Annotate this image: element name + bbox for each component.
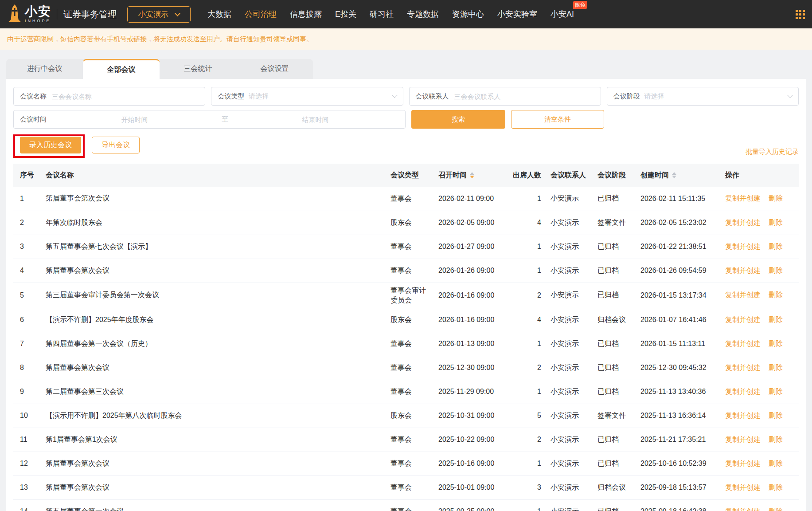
- cell-contact: 小安演示: [544, 332, 591, 356]
- cell-start-time: 2026-02-11 09:00: [432, 187, 506, 211]
- meeting-type-select[interactable]: 会议类型 请选择: [211, 87, 403, 106]
- cell-index: 14: [13, 499, 39, 511]
- environment-selector-label: 小安演示: [138, 9, 168, 20]
- copy-and-create-link[interactable]: 复制并创建: [725, 364, 761, 371]
- copy-and-create-link[interactable]: 复制并创建: [725, 436, 761, 443]
- nav-item-5[interactable]: 专题数据: [407, 9, 439, 20]
- delete-link[interactable]: 删除: [769, 267, 783, 274]
- tab-2[interactable]: 三会统计: [160, 59, 236, 79]
- start-time-input[interactable]: [51, 115, 218, 124]
- tab-1[interactable]: 全部会议: [83, 59, 160, 79]
- app-logo[interactable]: 小安 INHOPE: [8, 4, 51, 24]
- nav-item-4[interactable]: 研习社: [370, 9, 394, 20]
- delete-link[interactable]: 删除: [769, 460, 783, 467]
- meetings-table-head: 序号会议名称会议类型召开时间出席人数会议联系人会议阶段创建时间操作: [13, 164, 799, 187]
- nav-item-8[interactable]: 小安AI限免: [550, 9, 574, 20]
- meeting-time-label: 会议时间: [20, 115, 47, 124]
- delete-link[interactable]: 删除: [769, 364, 783, 371]
- cell-created-time: 2026-02-05 15:23:02: [634, 211, 718, 235]
- copy-and-create-link[interactable]: 复制并创建: [725, 388, 761, 395]
- meeting-time-range-field[interactable]: 会议时间 至: [13, 110, 406, 129]
- red-highlight-annotation: 录入历史会议: [13, 134, 85, 158]
- nav-item-label: 小安实验室: [497, 10, 537, 19]
- delete-link[interactable]: 删除: [769, 219, 783, 226]
- table-row: 9第二届董事会第三次会议董事会2025-11-29 09:001小安演示已归档2…: [13, 380, 799, 404]
- cell-contact: 小安演示: [544, 259, 591, 283]
- cell-contact: 小安演示: [544, 308, 591, 332]
- delete-link[interactable]: 删除: [769, 436, 783, 443]
- add-history-meeting-button[interactable]: 录入历史会议: [20, 137, 81, 153]
- apps-grid-icon[interactable]: [796, 10, 805, 19]
- cell-index: 7: [13, 332, 39, 356]
- copy-and-create-link[interactable]: 复制并创建: [725, 507, 761, 511]
- nav-item-7[interactable]: 小安实验室: [497, 9, 537, 20]
- sort-icon[interactable]: [470, 172, 474, 178]
- copy-and-create-link[interactable]: 复制并创建: [725, 219, 761, 226]
- search-button[interactable]: 搜索: [411, 110, 505, 129]
- meeting-contact-field[interactable]: 会议联系人: [409, 87, 601, 106]
- cell-created-time: 2025-11-13 16:36:14: [634, 404, 718, 428]
- copy-and-create-link[interactable]: 复制并创建: [725, 460, 761, 467]
- delete-link[interactable]: 删除: [769, 340, 783, 347]
- cell-meeting-type: 股东会: [384, 211, 432, 235]
- table-row: 6【演示不许删】2025年年度股东会股东会2026-01-16 09:004小安…: [13, 308, 799, 332]
- nav-item-label: 小安AI: [550, 10, 574, 19]
- copy-and-create-link[interactable]: 复制并创建: [725, 483, 761, 491]
- copy-and-create-link[interactable]: 复制并创建: [725, 412, 761, 419]
- nav-item-2[interactable]: 信息披露: [290, 9, 322, 20]
- cell-start-time: 2026-01-26 09:00: [432, 259, 506, 283]
- meeting-stage-select[interactable]: 会议阶段 请选择: [607, 87, 799, 106]
- product-name: 证券事务管理: [63, 8, 117, 20]
- tab-0[interactable]: 进行中会议: [6, 59, 83, 79]
- copy-and-create-link[interactable]: 复制并创建: [725, 194, 761, 202]
- cell-attendees: 1: [506, 499, 544, 511]
- delete-link[interactable]: 删除: [769, 291, 783, 299]
- delete-link[interactable]: 删除: [769, 388, 783, 395]
- column-header-label: 会议阶段: [597, 171, 626, 179]
- environment-selector[interactable]: 小安演示: [127, 6, 191, 23]
- meeting-name-input[interactable]: [51, 92, 199, 101]
- cell-operations: 复制并创建删除: [718, 259, 799, 283]
- copy-and-create-link[interactable]: 复制并创建: [725, 291, 761, 299]
- delete-link[interactable]: 删除: [769, 243, 783, 250]
- table-row: 13第届董事会第次会议董事会2025-10-01 09:003小安演示归档会议2…: [13, 476, 799, 499]
- cell-meeting-name: 第五届董事会第七次会议【演示】: [39, 235, 384, 259]
- cell-contact: 小安演示: [544, 428, 591, 452]
- notice-banner-text: 由于运营商限制，短信内容若带有手机号或链接，将无法成功发送至用户。请自行通知贵司…: [7, 35, 313, 43]
- delete-link[interactable]: 删除: [769, 507, 783, 511]
- meeting-contact-input[interactable]: [453, 92, 594, 101]
- copy-and-create-link[interactable]: 复制并创建: [725, 316, 761, 323]
- export-meetings-button[interactable]: 导出会议: [92, 137, 140, 153]
- copy-and-create-link[interactable]: 复制并创建: [725, 267, 761, 274]
- copy-and-create-link[interactable]: 复制并创建: [725, 340, 761, 347]
- nav-item-1[interactable]: 公司治理: [245, 9, 277, 20]
- nav-item-label: 研习社: [370, 10, 394, 19]
- copy-and-create-link[interactable]: 复制并创建: [725, 243, 761, 250]
- clear-filters-button[interactable]: 清空条件: [511, 110, 604, 129]
- cell-index: 10: [13, 404, 39, 428]
- tab-3[interactable]: 会议设置: [236, 59, 313, 79]
- cell-contact: 小安演示: [544, 476, 591, 499]
- nav-item-6[interactable]: 资源中心: [452, 9, 484, 20]
- nav-item-label: 大数据: [207, 10, 231, 19]
- logo-icon: [8, 4, 21, 24]
- sort-icon[interactable]: [672, 172, 676, 178]
- batch-import-history-link[interactable]: 批量导入历史记录: [746, 148, 799, 156]
- cell-meeting-name: 第二届董事会第三次会议: [39, 380, 384, 404]
- delete-link[interactable]: 删除: [769, 316, 783, 323]
- table-row: 14第五届董事会第一次会议董事会2025-09-25 09:001小安演示已归档…: [13, 499, 799, 511]
- cell-contact: 小安演示: [544, 404, 591, 428]
- meeting-name-field[interactable]: 会议名称: [13, 87, 205, 106]
- cell-stage: 已归档: [591, 499, 634, 511]
- nav-item-3[interactable]: E投关: [335, 9, 356, 20]
- nav-item-0[interactable]: 大数据: [207, 9, 231, 20]
- cell-operations: 复制并创建删除: [718, 235, 799, 259]
- cell-stage: 已归档: [591, 235, 634, 259]
- delete-link[interactable]: 删除: [769, 483, 783, 491]
- end-time-input[interactable]: [232, 115, 399, 124]
- cell-operations: 复制并创建删除: [718, 332, 799, 356]
- delete-link[interactable]: 删除: [769, 194, 783, 202]
- cell-index: 13: [13, 476, 39, 499]
- cell-attendees: 1: [506, 187, 544, 211]
- delete-link[interactable]: 删除: [769, 412, 783, 419]
